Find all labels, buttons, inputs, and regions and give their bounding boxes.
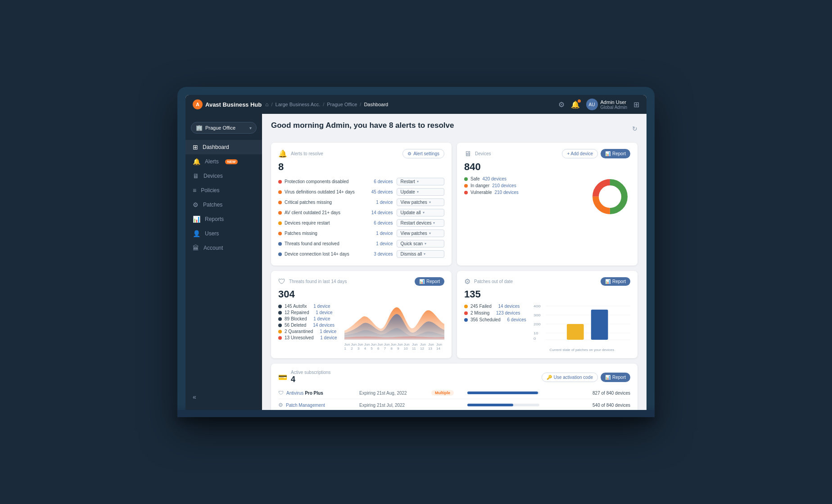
- alert-device-link[interactable]: 3 devices: [374, 252, 393, 256]
- alert-action-button[interactable]: Restart ▾: [397, 178, 444, 185]
- add-device-button[interactable]: + Add device: [562, 149, 598, 158]
- patches-bar-chart: 400 300 200 10 0: [534, 304, 630, 344]
- svg-text:200: 200: [534, 322, 541, 326]
- settings-icon[interactable]: ⚙: [558, 100, 565, 109]
- office-selector[interactable]: 🏢 Prague Office ▾: [191, 122, 257, 134]
- svg-rect-15: [591, 310, 608, 340]
- sub-type-icon: 🛡: [278, 390, 284, 396]
- vulnerable-devices-link[interactable]: 210 devices: [494, 190, 518, 195]
- breadcrumb-prague-office[interactable]: Prague Office: [327, 102, 357, 107]
- alert-dot: [278, 252, 282, 256]
- subscriptions-label: Active subscriptions: [291, 370, 330, 375]
- alert-device-link[interactable]: 14 devices: [371, 210, 393, 215]
- alert-device-link[interactable]: 6 devices: [374, 179, 393, 184]
- alert-text: Patches missing: [285, 231, 317, 236]
- patches-report-button[interactable]: 📊 Report: [601, 277, 630, 286]
- sub-expiry: Expiring 21st Aug, 2022: [359, 391, 407, 396]
- user-role: Global Admin: [601, 105, 627, 110]
- app-logo: A Avast Business Hub: [193, 99, 262, 109]
- sidebar: 🏢 Prague Office ▾ ⊞ Dashboard 🔔 Alerts N…: [185, 114, 262, 410]
- alerts-label: Alerts to resolve: [291, 151, 323, 156]
- alert-dot: [278, 232, 282, 235]
- sidebar-item-label: Devices: [203, 173, 223, 179]
- alert-device-link[interactable]: 1 device: [376, 200, 393, 205]
- alert-action-button[interactable]: Quick scan ▾: [397, 240, 444, 248]
- sidebar-item-alerts[interactable]: 🔔 Alerts NEW: [185, 154, 262, 169]
- alerts-count: 8: [278, 161, 444, 173]
- sidebar-item-devices[interactable]: 🖥 Devices: [185, 169, 262, 183]
- alert-text: Protection components disabled: [285, 179, 348, 184]
- sidebar-item-reports[interactable]: 📊 Reports: [185, 212, 262, 226]
- alert-dot: [278, 201, 282, 204]
- breadcrumb-large-business[interactable]: Large Business Acc.: [276, 102, 321, 107]
- sub-expiry: Expiring 21st Jul, 2022: [359, 403, 405, 408]
- alert-action-button[interactable]: Update all ▾: [397, 209, 444, 216]
- office-icon: 🏢: [196, 125, 203, 131]
- sub-device-count: 827 of 840 devices: [548, 387, 630, 399]
- reports-icon: 📊: [193, 216, 200, 223]
- sub-name-text: Patch Management: [286, 403, 325, 408]
- sub-device-count: 540 of 840 devices: [548, 399, 630, 410]
- devices-icon: 🖥: [193, 172, 199, 180]
- danger-dot: [464, 184, 468, 188]
- new-badge: NEW: [225, 159, 238, 164]
- sidebar-item-label: Users: [205, 230, 219, 237]
- settings-small-icon: ⚙: [407, 151, 411, 156]
- progress-fill: [467, 392, 538, 394]
- patches-icon: ⚙: [464, 277, 470, 286]
- sidebar-item-account[interactable]: 🏛 Account: [185, 241, 262, 255]
- alert-bell-icon[interactable]: 🔔: [571, 100, 580, 109]
- threats-count: 304: [278, 288, 444, 300]
- safe-devices-link[interactable]: 420 devices: [483, 176, 506, 181]
- alert-dot: [278, 180, 282, 184]
- use-activation-code-button[interactable]: 🔑 Use activation code: [542, 373, 598, 382]
- collapse-sidebar-button[interactable]: «: [193, 393, 196, 400]
- sidebar-item-policies[interactable]: ≡ Policies: [185, 183, 262, 198]
- office-name: Prague Office: [205, 125, 235, 130]
- subscription-progress-bar: [467, 392, 539, 394]
- sidebar-item-patches[interactable]: ⚙ Patches: [185, 198, 262, 212]
- alert-device-link[interactable]: 6 devices: [374, 220, 393, 225]
- alert-action-button[interactable]: View patches ▾: [397, 198, 444, 206]
- safe-dot: [464, 177, 468, 181]
- alerts-table: Protection components disabled 6 devices…: [278, 176, 444, 259]
- sidebar-item-users[interactable]: 👤 Users: [185, 226, 262, 241]
- alert-text: Devices require restart: [285, 220, 330, 225]
- alert-device-link[interactable]: 1 device: [376, 231, 393, 236]
- key-icon: 🔑: [547, 375, 552, 380]
- alert-action-button[interactable]: Dismiss all ▾: [397, 250, 444, 258]
- alerts-card: 🔔 Alerts to resolve ⚙ Alert settings 8: [271, 143, 452, 266]
- alert-action-button[interactable]: View patches ▾: [397, 230, 444, 237]
- sidebar-item-dashboard[interactable]: ⊞ Dashboard: [185, 140, 262, 154]
- subscription-card-icon: 💳: [278, 373, 287, 382]
- refresh-icon[interactable]: ↻: [632, 125, 638, 132]
- alert-device-link[interactable]: 45 devices: [371, 189, 393, 194]
- user-name: Admin User: [601, 99, 627, 105]
- users-icon: 👤: [193, 230, 200, 237]
- danger-devices-link[interactable]: 210 devices: [492, 183, 516, 188]
- sidebar-item-label: Account: [203, 245, 223, 251]
- patches-chart-icon: 📊: [605, 279, 610, 284]
- devices-report-button[interactable]: 📊 Report: [601, 149, 630, 158]
- alert-settings-button[interactable]: ⚙ Alert settings: [402, 149, 444, 158]
- alert-text: Critical patches missing: [285, 200, 332, 205]
- main-content: Good morning Admin, you have 8 alerts to…: [262, 114, 647, 410]
- alert-action-button[interactable]: Update ▾: [397, 188, 444, 196]
- alert-dot: [278, 211, 282, 215]
- user-info: AU Admin User Global Admin: [586, 99, 627, 110]
- subscriptions-report-button[interactable]: 📊 Report: [601, 373, 630, 382]
- subscriptions-count: 4: [291, 375, 330, 384]
- sub-tag: Multiple: [431, 390, 454, 396]
- svg-text:10: 10: [534, 331, 538, 335]
- threats-report-button[interactable]: 📊 Report: [415, 277, 444, 286]
- page-title: Good morning Admin, you have 8 alerts to…: [271, 121, 454, 130]
- alert-device-link[interactable]: 1 device: [376, 241, 393, 246]
- sidebar-item-label: Patches: [203, 202, 222, 208]
- svg-text:300: 300: [534, 313, 541, 317]
- devices-donut-chart: [590, 176, 630, 217]
- chevron-down-icon: ▾: [249, 126, 252, 130]
- apps-icon[interactable]: ⊞: [633, 100, 639, 109]
- alert-action-button[interactable]: Restart devices ▾: [397, 219, 444, 227]
- breadcrumb-current: Dashboard: [364, 102, 388, 107]
- threats-area-chart: [344, 304, 444, 340]
